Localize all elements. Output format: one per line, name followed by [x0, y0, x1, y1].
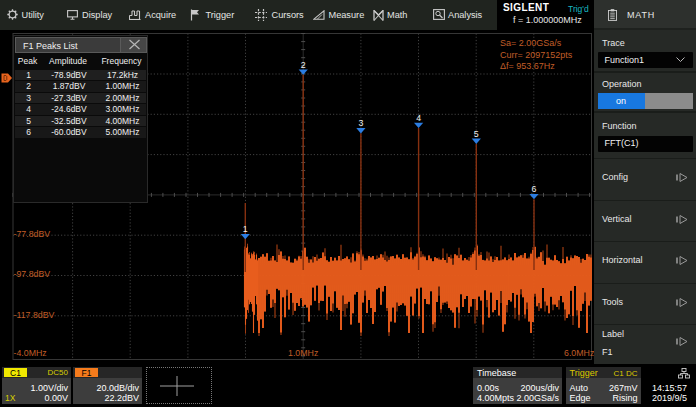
svg-text:Δf= 953.67Hz: Δf= 953.67Hz	[500, 61, 555, 71]
svg-text:-117.8dBV: -117.8dBV	[14, 310, 55, 320]
svg-text:6: 6	[532, 184, 537, 194]
svg-text:6.0MHz: 6.0MHz	[564, 348, 594, 358]
svg-text:-77.8dBV: -77.8dBV	[14, 229, 51, 239]
svg-text:1: 1	[243, 224, 248, 234]
svg-text:2: 2	[301, 60, 306, 70]
svg-text:3: 3	[358, 118, 363, 128]
svg-text:5: 5	[474, 129, 479, 139]
svg-text:-4.0MHz: -4.0MHz	[14, 348, 47, 358]
svg-text:-97.8dBV: -97.8dBV	[14, 269, 51, 279]
svg-text:Sa= 2.00GSa/s: Sa= 2.00GSa/s	[500, 38, 562, 48]
svg-text:Curr= 2097152pts: Curr= 2097152pts	[500, 50, 573, 60]
svg-text:1.0MHz: 1.0MHz	[288, 348, 318, 358]
svg-text:4: 4	[416, 113, 421, 123]
